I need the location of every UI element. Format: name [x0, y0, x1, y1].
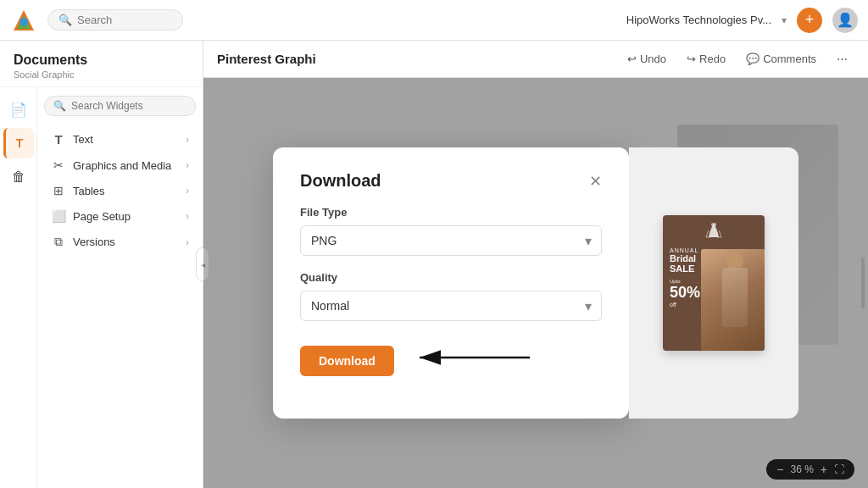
user-avatar[interactable]: 👤: [832, 8, 858, 33]
sidebar-item-tables-label: Tables: [73, 185, 179, 197]
redo-button[interactable]: ↪ Redo: [680, 49, 732, 69]
card-model-image: [701, 249, 765, 351]
chevron-right-icon-5: ›: [186, 236, 189, 248]
search-icon: 🔍: [58, 14, 72, 26]
undo-icon: ↩: [627, 53, 637, 65]
canvas-toolbar: Pinterest Graphi ↩ Undo ↪ Redo 💬 Comment…: [203, 41, 868, 78]
tables-icon: ⊞: [51, 184, 66, 197]
widget-search-icon: 🔍: [53, 100, 66, 112]
modal-wrapper: Download ✕ File Type PNG JPG PDF SVG: [273, 147, 798, 419]
modal-header: Download ✕: [300, 171, 602, 191]
new-document-button[interactable]: +: [797, 8, 822, 33]
search-input[interactable]: [77, 14, 172, 26]
card-percent: 50%: [670, 284, 700, 302]
sidebar-item-page-setup[interactable]: ⬜ Page Setup ›: [44, 203, 196, 229]
text-icon: T: [16, 136, 24, 150]
redo-label: Redo: [699, 53, 726, 65]
sidebar-icon-column: 📄 T 🗑: [0, 87, 37, 488]
redo-icon: ↪: [687, 53, 696, 65]
documents-icon: 📄: [10, 102, 27, 118]
versions-icon: ⧉: [51, 235, 66, 249]
canvas-title: Pinterest Graphi: [217, 52, 614, 66]
sidebar-title: Documents: [14, 53, 189, 68]
header-search-bar[interactable]: 🔍: [47, 9, 183, 30]
download-section: Download: [300, 336, 602, 379]
svg-point-2: [19, 18, 28, 26]
chevron-right-icon-3: ›: [186, 185, 189, 197]
avatar-icon: 👤: [837, 12, 854, 28]
company-name: HipoWorks Technologies Pv...: [626, 14, 771, 26]
card-off: off: [670, 302, 700, 308]
arrow-annotation: [411, 336, 547, 379]
widget-search-input[interactable]: [71, 100, 186, 112]
sidebar-icon-documents[interactable]: 📄: [3, 94, 34, 125]
dress-decoration: [705, 222, 722, 244]
app-header: 🔍 HipoWorks Technologies Pv... ▾ + 👤: [0, 0, 868, 41]
file-type-field: File Type PNG JPG PDF SVG: [300, 206, 602, 256]
chevron-down-icon: ▾: [782, 14, 787, 26]
quality-label: Quality: [300, 271, 602, 284]
trash-icon: 🗑: [12, 169, 25, 185]
sidebar-item-page-setup-label: Page Setup: [73, 210, 179, 223]
sidebar-item-versions-label: Versions: [73, 236, 179, 248]
text-menu-icon: T: [51, 132, 66, 147]
download-button[interactable]: Download: [300, 346, 394, 376]
sidebar-item-graphics[interactable]: ✂ Graphics and Media ›: [44, 152, 196, 178]
modal-close-button[interactable]: ✕: [589, 172, 602, 191]
file-type-select[interactable]: PNG JPG PDF SVG: [300, 225, 602, 256]
file-type-label: File Type: [300, 206, 602, 219]
sidebar-content: 🔍 T Text › ✂ Graphics and Media › ⊞ Tabl…: [37, 87, 203, 488]
comments-icon: 💬: [746, 53, 760, 65]
bridal-sale-card: Annual Bridal SALE Upto 50% off: [663, 215, 765, 351]
quality-select[interactable]: Normal High Low: [300, 291, 602, 321]
sidebar-item-text-label: Text: [73, 133, 179, 146]
card-bridal: Bridal: [670, 253, 700, 263]
comments-label: Comments: [763, 53, 816, 65]
page-setup-icon: ⬜: [51, 209, 66, 223]
svg-point-5: [711, 223, 716, 226]
sidebar-header: Documents Social Graphic: [0, 41, 203, 87]
modal-overlay[interactable]: Download ✕ File Type PNG JPG PDF SVG: [203, 78, 868, 488]
quality-select-wrapper: Normal High Low: [300, 291, 602, 321]
undo-label: Undo: [640, 53, 666, 65]
more-icon: ⋯: [837, 53, 848, 65]
graphics-icon: ✂: [51, 158, 66, 172]
main-layout: Documents Social Graphic 📄 T 🗑 🔍: [0, 41, 868, 488]
undo-button[interactable]: ↩ Undo: [620, 49, 673, 69]
sidebar-item-tables[interactable]: ⊞ Tables ›: [44, 178, 196, 203]
header-right: HipoWorks Technologies Pv... ▾ + 👤: [626, 8, 858, 33]
download-modal: Download ✕ File Type PNG JPG PDF SVG: [273, 147, 629, 419]
sidebar: Documents Social Graphic 📄 T 🗑 🔍: [0, 41, 203, 488]
sidebar-subtitle: Social Graphic: [14, 69, 189, 80]
canvas-body[interactable]: − 36 % + ⛶ Download ✕ File Type: [203, 78, 868, 488]
card-annual: Annual: [670, 247, 700, 253]
comments-button[interactable]: 💬 Comments: [739, 49, 823, 69]
chevron-right-icon-2: ›: [186, 159, 189, 171]
app-logo: [10, 7, 37, 34]
modal-title: Download: [300, 171, 381, 191]
sidebar-item-versions[interactable]: ⧉ Versions ›: [44, 229, 196, 255]
file-type-select-wrapper: PNG JPG PDF SVG: [300, 225, 602, 256]
sidebar-icon-trash[interactable]: 🗑: [3, 162, 34, 192]
chevron-right-icon: ›: [186, 134, 189, 146]
quality-field: Quality Normal High Low: [300, 271, 602, 321]
sidebar-inner: 📄 T 🗑 🔍 T Text ›: [0, 87, 203, 488]
more-options-button[interactable]: ⋯: [830, 49, 854, 69]
sidebar-item-graphics-label: Graphics and Media: [73, 159, 179, 172]
widget-search-bar[interactable]: 🔍: [44, 96, 196, 116]
chevron-right-icon-4: ›: [186, 210, 189, 222]
card-text: Annual Bridal SALE Upto 50% off: [670, 247, 700, 308]
sidebar-icon-text[interactable]: T: [3, 128, 34, 158]
canvas-area: Pinterest Graphi ↩ Undo ↪ Redo 💬 Comment…: [203, 41, 868, 488]
sidebar-item-text[interactable]: T Text ›: [44, 126, 196, 152]
card-sale: SALE: [670, 263, 700, 274]
modal-preview-section: Annual Bridal SALE Upto 50% off: [629, 147, 798, 419]
